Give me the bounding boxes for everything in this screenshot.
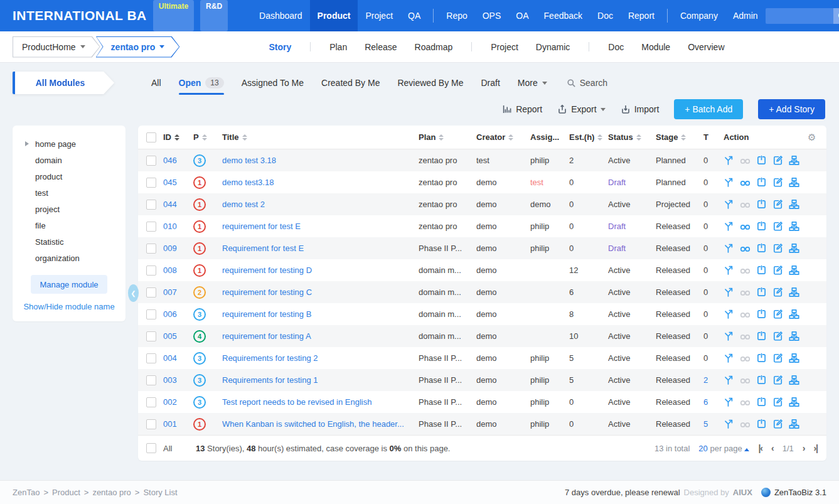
- close-icon[interactable]: [756, 331, 767, 341]
- main-menu-item-oa[interactable]: OA: [508, 0, 536, 31]
- story-id-link[interactable]: 003: [163, 375, 193, 385]
- edit-icon[interactable]: [772, 331, 783, 341]
- close-icon[interactable]: [756, 397, 767, 407]
- main-menu-item-feedback[interactable]: Feedback: [537, 0, 590, 31]
- subdivide-icon[interactable]: [789, 265, 799, 276]
- column-header-status[interactable]: Status: [608, 132, 656, 142]
- column-header-stage[interactable]: Stage: [656, 132, 703, 142]
- row-checkbox[interactable]: [146, 156, 156, 166]
- tab-release[interactable]: Release: [356, 42, 405, 52]
- subdivide-icon[interactable]: [789, 177, 799, 188]
- gear-icon[interactable]: ⚙: [808, 132, 826, 143]
- tab-doc[interactable]: Doc: [599, 42, 633, 52]
- subdivide-icon[interactable]: [789, 243, 799, 254]
- row-checkbox[interactable]: [146, 200, 156, 210]
- tab-roadmap[interactable]: Roadmap: [406, 42, 462, 52]
- column-header-t[interactable]: T: [703, 132, 724, 142]
- story-title-link[interactable]: requirement for testing A: [222, 331, 419, 341]
- main-menu-item-dashboard[interactable]: Dashboard: [252, 0, 310, 31]
- subdivide-icon[interactable]: [789, 155, 799, 166]
- review-icon[interactable]: [740, 177, 751, 188]
- main-menu-item-report[interactable]: Report: [621, 0, 662, 31]
- story-title-link[interactable]: requirement for testing C: [222, 287, 419, 297]
- tab-overview[interactable]: Overview: [679, 42, 733, 52]
- edit-icon[interactable]: [772, 397, 783, 407]
- row-checkbox[interactable]: [146, 287, 156, 298]
- breadcrumb-item[interactable]: ZenTao: [13, 488, 40, 497]
- main-menu-item-project[interactable]: Project: [358, 0, 400, 31]
- subdivide-icon[interactable]: [789, 331, 799, 341]
- edit-icon[interactable]: [772, 177, 783, 188]
- row-checkbox[interactable]: [146, 265, 156, 276]
- first-page-button[interactable]: |‹: [758, 443, 762, 453]
- next-page-button[interactable]: ›: [803, 443, 805, 453]
- row-checkbox[interactable]: [146, 244, 156, 254]
- column-header-assig[interactable]: Assig...: [530, 132, 569, 142]
- row-checkbox[interactable]: [146, 397, 156, 407]
- search-input[interactable]: [766, 8, 833, 24]
- main-menu-item-admin[interactable]: Admin: [725, 0, 766, 31]
- go-button[interactable]: GO!: [833, 8, 839, 24]
- close-icon[interactable]: [756, 221, 767, 232]
- subdivide-icon[interactable]: [789, 353, 799, 363]
- subdivide-icon[interactable]: [789, 221, 799, 232]
- close-icon[interactable]: [756, 375, 767, 385]
- change-icon[interactable]: [724, 199, 734, 210]
- change-icon[interactable]: [724, 397, 734, 407]
- main-menu-item-ops[interactable]: OPS: [475, 0, 509, 31]
- row-checkbox[interactable]: [146, 353, 156, 363]
- review-icon[interactable]: [740, 221, 751, 232]
- edit-icon[interactable]: [772, 287, 783, 298]
- prev-page-button[interactable]: ‹: [771, 443, 774, 453]
- change-icon[interactable]: [724, 265, 734, 276]
- all-modules-banner[interactable]: All Modules: [13, 72, 114, 94]
- change-icon[interactable]: [724, 243, 734, 254]
- show-hide-module-link[interactable]: Show/Hide module name: [13, 302, 126, 311]
- main-menu-item-doc[interactable]: Doc: [590, 0, 621, 31]
- subdivide-icon[interactable]: [789, 397, 799, 407]
- manage-module-button[interactable]: Manage module: [31, 275, 107, 294]
- review-icon[interactable]: [740, 243, 751, 254]
- per-page-select[interactable]: 20 per page: [698, 444, 749, 453]
- sidebar-item-statistic[interactable]: Statistic: [13, 233, 126, 250]
- export-button[interactable]: Export: [557, 104, 605, 114]
- story-id-link[interactable]: 010: [163, 222, 193, 231]
- column-header-action[interactable]: Action: [724, 132, 808, 142]
- filter-tab-all[interactable]: All: [143, 74, 169, 92]
- sidebar-item-file[interactable]: file: [13, 217, 126, 233]
- story-id-link[interactable]: 045: [163, 178, 193, 187]
- story-id-link[interactable]: 046: [163, 156, 193, 165]
- edit-icon[interactable]: [772, 221, 783, 232]
- row-checkbox[interactable]: [146, 419, 156, 429]
- current-product-switcher[interactable]: zentao pro: [96, 36, 180, 58]
- main-menu-item-company[interactable]: Company: [673, 0, 725, 31]
- story-id-link[interactable]: 004: [163, 353, 193, 363]
- change-icon[interactable]: [724, 155, 734, 166]
- tab-dynamic[interactable]: Dynamic: [527, 42, 579, 52]
- close-icon[interactable]: [756, 199, 767, 210]
- close-icon[interactable]: [756, 177, 767, 188]
- change-icon[interactable]: [724, 331, 734, 341]
- change-icon[interactable]: [724, 353, 734, 363]
- story-title-link[interactable]: demo test3.18: [222, 178, 419, 187]
- column-header-plan[interactable]: Plan: [419, 132, 476, 142]
- column-header-creator[interactable]: Creator: [476, 132, 530, 142]
- close-icon[interactable]: [756, 265, 767, 276]
- row-checkbox[interactable]: [146, 178, 156, 188]
- case-count-link[interactable]: 2: [703, 375, 724, 385]
- story-title-link[interactable]: Test report needs to be revised in Engli…: [222, 397, 419, 407]
- story-id-link[interactable]: 005: [163, 331, 193, 341]
- column-header-esth[interactable]: Est.(h): [569, 132, 608, 142]
- close-icon[interactable]: [756, 243, 767, 254]
- change-icon[interactable]: [724, 419, 734, 429]
- filter-tab-draft[interactable]: Draft: [473, 74, 508, 92]
- filter-tab-open[interactable]: Open13: [171, 73, 232, 92]
- case-count-link[interactable]: 6: [703, 397, 724, 407]
- change-icon[interactable]: [724, 375, 734, 385]
- search-toggle[interactable]: Search: [567, 78, 607, 88]
- close-icon[interactable]: [756, 287, 767, 298]
- edit-icon[interactable]: [772, 243, 783, 254]
- story-title-link[interactable]: demo test 2: [222, 200, 419, 209]
- story-id-link[interactable]: 007: [163, 287, 193, 297]
- change-icon[interactable]: [724, 287, 734, 298]
